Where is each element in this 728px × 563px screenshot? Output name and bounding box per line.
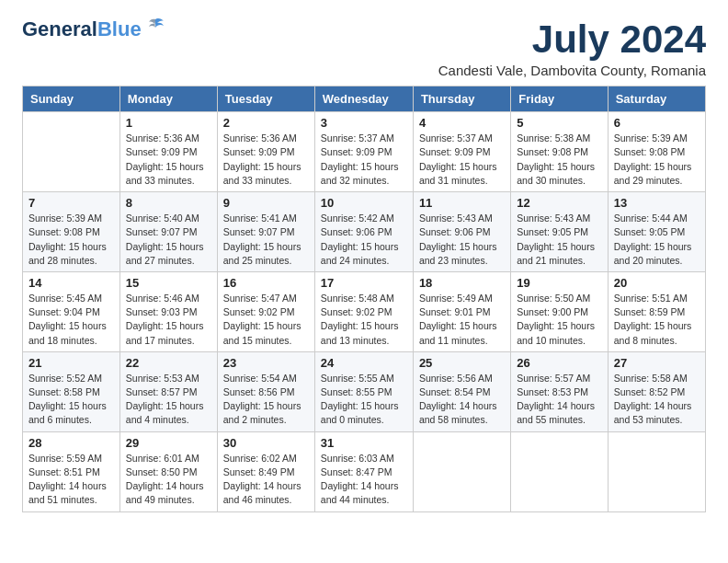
day-number: 30: [223, 436, 309, 450]
day-info: Sunrise: 6:03 AM Sunset: 8:47 PM Dayligh…: [321, 452, 407, 508]
day-number: 17: [321, 276, 407, 290]
calendar-page: GeneralBlue July 2024 Candesti Vale, Dam…: [0, 0, 728, 531]
calendar-header-thursday: Thursday: [413, 86, 510, 112]
day-info: Sunrise: 5:42 AM Sunset: 9:06 PM Dayligh…: [321, 212, 407, 268]
day-number: 20: [614, 276, 700, 290]
day-number: 10: [321, 196, 407, 210]
day-number: 1: [126, 116, 211, 130]
calendar-header-friday: Friday: [511, 86, 608, 112]
calendar-cell: 30Sunrise: 6:02 AM Sunset: 8:49 PM Dayli…: [217, 431, 314, 511]
calendar-week-row: 21Sunrise: 5:52 AM Sunset: 8:58 PM Dayli…: [23, 351, 706, 431]
calendar-header-tuesday: Tuesday: [217, 86, 314, 112]
day-number: 2: [223, 116, 309, 130]
calendar-cell: 20Sunrise: 5:51 AM Sunset: 8:59 PM Dayli…: [608, 271, 705, 351]
calendar-header-row: SundayMondayTuesdayWednesdayThursdayFrid…: [23, 86, 706, 112]
calendar-cell: 29Sunrise: 6:01 AM Sunset: 8:50 PM Dayli…: [119, 431, 217, 511]
day-number: 11: [419, 196, 505, 210]
day-info: Sunrise: 5:44 AM Sunset: 9:05 PM Dayligh…: [614, 212, 700, 268]
day-info: Sunrise: 5:53 AM Sunset: 8:57 PM Dayligh…: [126, 372, 211, 428]
calendar-cell: 25Sunrise: 5:56 AM Sunset: 8:54 PM Dayli…: [413, 351, 510, 431]
day-number: 8: [126, 196, 211, 210]
calendar-cell: 11Sunrise: 5:43 AM Sunset: 9:06 PM Dayli…: [413, 192, 510, 272]
day-number: 13: [614, 196, 700, 210]
location-subtitle: Candesti Vale, Dambovita County, Romania: [438, 63, 706, 78]
day-info: Sunrise: 5:55 AM Sunset: 8:55 PM Dayligh…: [321, 372, 407, 428]
day-info: Sunrise: 5:39 AM Sunset: 9:08 PM Dayligh…: [614, 132, 700, 188]
day-info: Sunrise: 5:47 AM Sunset: 9:02 PM Dayligh…: [223, 292, 309, 348]
calendar-cell: 1Sunrise: 5:36 AM Sunset: 9:09 PM Daylig…: [119, 112, 217, 192]
calendar-header-sunday: Sunday: [23, 86, 120, 112]
day-number: 4: [419, 116, 505, 130]
calendar-cell: [413, 431, 510, 511]
day-info: Sunrise: 5:41 AM Sunset: 9:07 PM Dayligh…: [223, 212, 309, 268]
day-info: Sunrise: 5:58 AM Sunset: 8:52 PM Dayligh…: [614, 372, 700, 428]
day-number: 24: [321, 356, 407, 370]
calendar-cell: [608, 431, 705, 511]
calendar-cell: 28Sunrise: 5:59 AM Sunset: 8:51 PM Dayli…: [23, 431, 120, 511]
day-number: 18: [419, 276, 505, 290]
title-block: July 2024 Candesti Vale, Dambovita Count…: [438, 18, 706, 78]
logo-bird-icon: [145, 16, 165, 40]
day-number: 28: [28, 436, 114, 450]
calendar-cell: 21Sunrise: 5:52 AM Sunset: 8:58 PM Dayli…: [23, 351, 120, 431]
day-number: 29: [126, 436, 211, 450]
calendar-cell: 26Sunrise: 5:57 AM Sunset: 8:53 PM Dayli…: [511, 351, 608, 431]
day-info: Sunrise: 5:38 AM Sunset: 9:08 PM Dayligh…: [517, 132, 601, 188]
calendar-week-row: 1Sunrise: 5:36 AM Sunset: 9:09 PM Daylig…: [23, 112, 706, 192]
calendar-cell: 6Sunrise: 5:39 AM Sunset: 9:08 PM Daylig…: [608, 112, 705, 192]
day-info: Sunrise: 5:46 AM Sunset: 9:03 PM Dayligh…: [126, 292, 211, 348]
calendar-cell: 7Sunrise: 5:39 AM Sunset: 9:08 PM Daylig…: [23, 192, 120, 272]
day-number: 22: [126, 356, 211, 370]
day-number: 23: [223, 356, 309, 370]
day-info: Sunrise: 5:52 AM Sunset: 8:58 PM Dayligh…: [28, 372, 114, 428]
calendar-week-row: 28Sunrise: 5:59 AM Sunset: 8:51 PM Dayli…: [23, 431, 706, 511]
day-number: 16: [223, 276, 309, 290]
calendar-cell: [511, 431, 608, 511]
day-info: Sunrise: 5:43 AM Sunset: 9:05 PM Dayligh…: [517, 212, 601, 268]
day-number: 15: [126, 276, 211, 290]
calendar-table: SundayMondayTuesdayWednesdayThursdayFrid…: [22, 86, 706, 511]
day-number: 31: [321, 436, 407, 450]
day-info: Sunrise: 5:50 AM Sunset: 9:00 PM Dayligh…: [517, 292, 601, 348]
day-info: Sunrise: 6:01 AM Sunset: 8:50 PM Dayligh…: [126, 452, 211, 508]
calendar-cell: 23Sunrise: 5:54 AM Sunset: 8:56 PM Dayli…: [217, 351, 314, 431]
calendar-cell: 12Sunrise: 5:43 AM Sunset: 9:05 PM Dayli…: [511, 192, 608, 272]
day-number: 26: [517, 356, 601, 370]
calendar-week-row: 14Sunrise: 5:45 AM Sunset: 9:04 PM Dayli…: [23, 271, 706, 351]
day-info: Sunrise: 5:43 AM Sunset: 9:06 PM Dayligh…: [419, 212, 505, 268]
day-info: Sunrise: 5:59 AM Sunset: 8:51 PM Dayligh…: [28, 452, 114, 508]
month-title: July 2024: [438, 18, 706, 61]
calendar-cell: 24Sunrise: 5:55 AM Sunset: 8:55 PM Dayli…: [314, 351, 413, 431]
logo: GeneralBlue: [22, 18, 165, 40]
day-info: Sunrise: 5:39 AM Sunset: 9:08 PM Dayligh…: [28, 212, 114, 268]
calendar-cell: 31Sunrise: 6:03 AM Sunset: 8:47 PM Dayli…: [314, 431, 413, 511]
calendar-cell: 4Sunrise: 5:37 AM Sunset: 9:09 PM Daylig…: [413, 112, 510, 192]
day-info: Sunrise: 5:48 AM Sunset: 9:02 PM Dayligh…: [321, 292, 407, 348]
day-info: Sunrise: 5:36 AM Sunset: 9:09 PM Dayligh…: [223, 132, 309, 188]
logo-text: GeneralBlue: [22, 18, 142, 40]
day-number: 9: [223, 196, 309, 210]
calendar-week-row: 7Sunrise: 5:39 AM Sunset: 9:08 PM Daylig…: [23, 192, 706, 272]
calendar-header-monday: Monday: [119, 86, 217, 112]
day-info: Sunrise: 5:37 AM Sunset: 9:09 PM Dayligh…: [321, 132, 407, 188]
day-info: Sunrise: 5:37 AM Sunset: 9:09 PM Dayligh…: [419, 132, 505, 188]
calendar-cell: 19Sunrise: 5:50 AM Sunset: 9:00 PM Dayli…: [511, 271, 608, 351]
calendar-cell: 18Sunrise: 5:49 AM Sunset: 9:01 PM Dayli…: [413, 271, 510, 351]
calendar-cell: 27Sunrise: 5:58 AM Sunset: 8:52 PM Dayli…: [608, 351, 705, 431]
day-info: Sunrise: 5:51 AM Sunset: 8:59 PM Dayligh…: [614, 292, 700, 348]
day-info: Sunrise: 5:45 AM Sunset: 9:04 PM Dayligh…: [28, 292, 114, 348]
calendar-header-wednesday: Wednesday: [314, 86, 413, 112]
calendar-cell: 8Sunrise: 5:40 AM Sunset: 9:07 PM Daylig…: [119, 192, 217, 272]
day-number: 6: [614, 116, 700, 130]
calendar-cell: 5Sunrise: 5:38 AM Sunset: 9:08 PM Daylig…: [511, 112, 608, 192]
calendar-cell: 15Sunrise: 5:46 AM Sunset: 9:03 PM Dayli…: [119, 271, 217, 351]
calendar-cell: 2Sunrise: 5:36 AM Sunset: 9:09 PM Daylig…: [217, 112, 314, 192]
day-info: Sunrise: 5:57 AM Sunset: 8:53 PM Dayligh…: [517, 372, 601, 428]
day-number: 3: [321, 116, 407, 130]
day-info: Sunrise: 5:49 AM Sunset: 9:01 PM Dayligh…: [419, 292, 505, 348]
calendar-cell: 14Sunrise: 5:45 AM Sunset: 9:04 PM Dayli…: [23, 271, 120, 351]
day-number: 19: [517, 276, 601, 290]
day-info: Sunrise: 5:40 AM Sunset: 9:07 PM Dayligh…: [126, 212, 211, 268]
calendar-cell: 3Sunrise: 5:37 AM Sunset: 9:09 PM Daylig…: [314, 112, 413, 192]
calendar-header-saturday: Saturday: [608, 86, 705, 112]
